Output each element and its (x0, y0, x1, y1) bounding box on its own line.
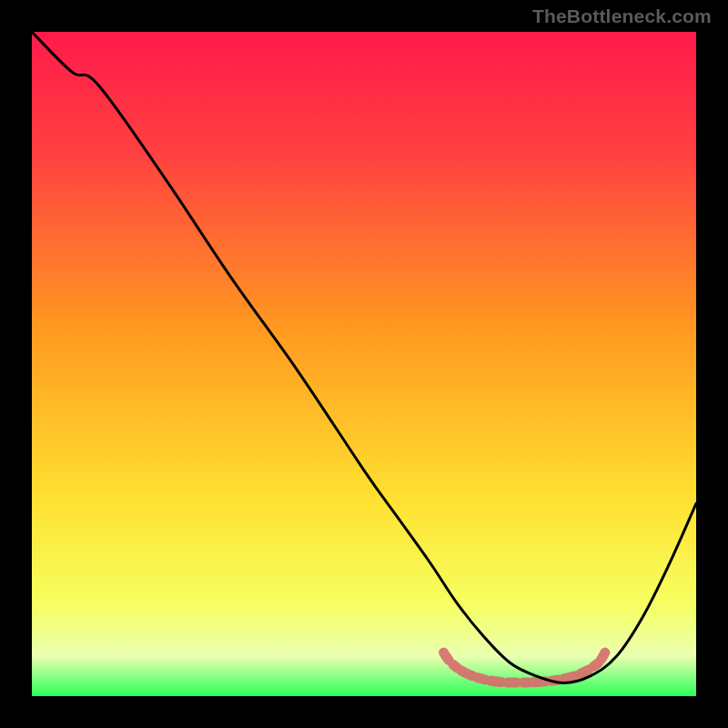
plot-area (32, 32, 696, 696)
watermark-text: TheBottleneck.com (532, 5, 712, 27)
bottleneck-curve (32, 32, 696, 682)
curve-layer (32, 32, 696, 696)
chart-frame: TheBottleneck.com (0, 0, 728, 728)
